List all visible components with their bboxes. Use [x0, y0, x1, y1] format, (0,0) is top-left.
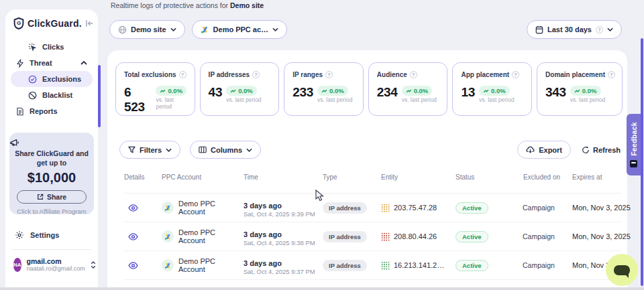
refresh-button[interactable]: Refresh	[582, 146, 621, 154]
time-absolute: Sat, Oct 4, 2025 9:37 PM	[244, 268, 323, 275]
help-icon[interactable]: ?	[325, 71, 333, 78]
account-switcher[interactable]: NA gmail.com naatali.ro@gmail.com	[13, 257, 93, 272]
brand-name: ClickGuard.	[28, 18, 82, 29]
sidebar: G ClickGuard. Clicks Threat Excl	[5, 9, 98, 290]
gear-icon	[15, 230, 24, 240]
help-icon[interactable]: ?	[512, 71, 519, 78]
status-badge: Active	[455, 202, 488, 214]
sidebar-item-label: Threat	[30, 59, 52, 67]
chevron-down-icon	[170, 27, 176, 31]
sidebar-scrollbar[interactable]	[98, 65, 101, 127]
collapse-sidebar-icon[interactable]	[85, 19, 94, 27]
stat-label: Audience	[377, 71, 407, 78]
share-button[interactable]: Share	[17, 190, 87, 204]
col-header-entity[interactable]: Entity	[381, 173, 455, 182]
entity-value: 208.80.44.26	[394, 232, 437, 240]
affiliate-promo-card[interactable]: Share ClickGuard andget up to $10,000 Sh…	[9, 133, 94, 214]
columns-button[interactable]: Columns	[190, 141, 261, 159]
export-button[interactable]: Export	[517, 141, 571, 159]
stat-compare: vs. last period	[402, 96, 437, 103]
refresh-icon	[582, 146, 590, 154]
megaphone-icon	[9, 138, 94, 147]
status-badge: Active	[455, 260, 488, 271]
ppc-account-name: Demo PPC Account	[178, 228, 244, 244]
excluded-on-value: Campaign	[523, 232, 561, 240]
stat-card-domain-placement: Domain placement? 343 0.0%vs. last perio…	[537, 62, 623, 116]
ppc-account-selector[interactable]: Demo PPC ac…	[192, 20, 288, 39]
col-header-excluded-on[interactable]: Excluded on	[523, 173, 561, 182]
stat-value: 13	[461, 85, 475, 100]
time-absolute: Sat, Oct 4, 2025 9:38 PM	[244, 239, 323, 246]
sidebar-item-blacklist[interactable]: Blacklist	[11, 87, 93, 103]
table-row[interactable]: Demo PPC Account 3 days agoSat, Oct 4, 2…	[124, 222, 621, 251]
trend-up-icon	[160, 89, 166, 93]
view-details-icon[interactable]	[128, 233, 138, 240]
sidebar-item-threat[interactable]: Threat	[11, 55, 93, 71]
type-badge: IP address	[323, 260, 367, 271]
stat-value: 234	[377, 85, 398, 100]
cloud-download-icon	[526, 146, 535, 153]
settings-label: Settings	[30, 231, 59, 239]
help-icon[interactable]: ?	[252, 71, 260, 78]
sidebar-item-settings[interactable]: Settings	[15, 230, 59, 240]
col-header-time[interactable]: Time	[244, 173, 323, 182]
date-range-label: Last 30 days	[547, 25, 592, 33]
sidebar-item-reports[interactable]: Reports	[11, 103, 93, 119]
calendar-icon	[535, 25, 543, 34]
page-subtitle: Realtime logs of protective actions for …	[111, 1, 264, 9]
sidebar-item-clicks[interactable]: Clicks	[11, 39, 93, 55]
col-header-type[interactable]: Type	[323, 173, 381, 182]
sidebar-item-label: Blacklist	[42, 91, 72, 99]
google-ads-icon	[162, 230, 174, 242]
col-header-expires-at[interactable]: Expires at	[561, 173, 621, 182]
view-details-icon[interactable]	[128, 262, 138, 269]
account-email: naatali.ro@gmail.com	[27, 265, 85, 272]
feedback-label: Feedback	[630, 122, 638, 156]
chevron-up-down-icon[interactable]	[91, 261, 96, 269]
promo-footer: Click to Affiliate Program	[9, 208, 94, 215]
sidebar-item-label: Clicks	[42, 43, 64, 51]
col-header-details[interactable]: Details	[124, 173, 162, 182]
col-header-ppc-account[interactable]: PPC Account	[162, 173, 244, 182]
horizontal-scrollbar[interactable]	[0, 287, 644, 290]
col-header-status[interactable]: Status	[455, 173, 523, 182]
stat-compare: vs. last period	[156, 96, 187, 110]
stat-label: IP addresses	[209, 71, 250, 78]
view-details-icon[interactable]	[128, 204, 138, 212]
stat-value: 6 523	[124, 85, 152, 115]
help-icon[interactable]: ?	[410, 71, 417, 78]
help-icon[interactable]: ?	[179, 71, 186, 78]
site-selector[interactable]: Demo site	[109, 20, 185, 39]
chevron-down-icon	[272, 27, 278, 31]
time-relative: 3 days ago	[244, 202, 323, 210]
stat-value: 343	[545, 85, 566, 100]
stat-compare: vs. last period	[479, 96, 514, 103]
chat-widget-button[interactable]	[606, 254, 638, 286]
sidebar-item-exclusions[interactable]: Exclusions	[11, 71, 93, 87]
promo-title: Share ClickGuard andget up to	[9, 149, 94, 167]
click-icon	[28, 43, 37, 52]
stat-card-app-placement: App placement? 13 0.0%vs. last period	[452, 62, 532, 116]
stat-value: 233	[292, 85, 313, 100]
chevron-up-icon[interactable]	[80, 61, 87, 65]
table-row[interactable]: Demo PPC Account 3 days agoSat, Oct 4, 2…	[124, 251, 621, 280]
trend-up-icon	[483, 89, 489, 93]
external-link-icon	[37, 194, 44, 200]
feedback-tab[interactable]: Feedback	[627, 114, 641, 175]
table-row[interactable]: Demo PPC Account 3 days agoSat, Oct 4, 2…	[124, 194, 621, 222]
trend-badge: 0.0%	[156, 86, 186, 96]
filters-button[interactable]: Filters	[119, 141, 180, 159]
globe-icon	[118, 25, 127, 34]
help-icon[interactable]: ?	[596, 26, 603, 33]
stat-card-audience: Audience? 234 0.0%vs. last period	[368, 62, 448, 116]
trend-badge: 0.0%	[317, 86, 348, 96]
time-absolute: Sat, Oct 4, 2025 9:39 PM	[244, 210, 323, 218]
help-icon[interactable]: ?	[608, 71, 615, 78]
funnel-icon	[128, 146, 136, 153]
columns-icon	[199, 146, 207, 153]
trend-up-icon	[230, 89, 236, 93]
table-toolbar: Filters Columns Export Refresh	[119, 141, 621, 159]
page-scrollbar[interactable]	[641, 38, 643, 286]
chevron-down-icon	[166, 148, 172, 152]
date-range-selector[interactable]: Last 30 days ?	[527, 20, 622, 39]
